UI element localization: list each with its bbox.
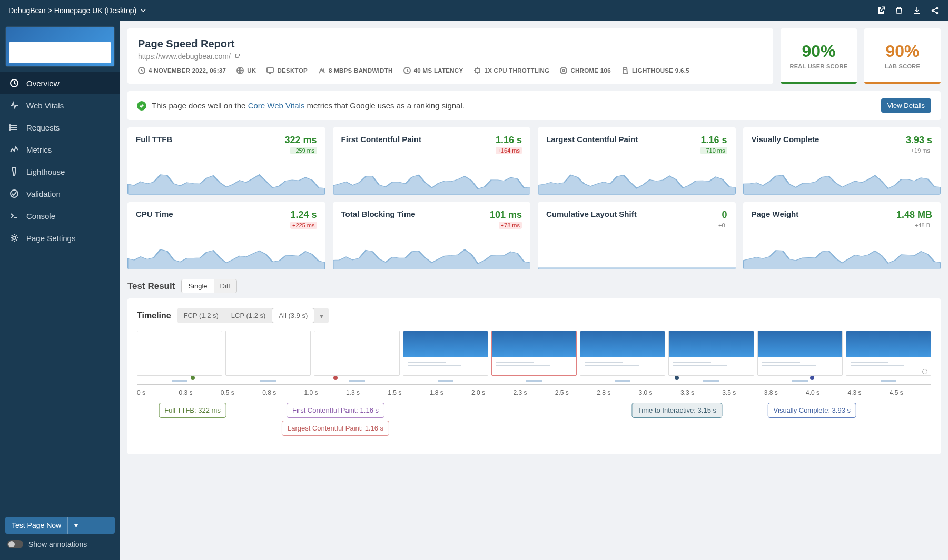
sidebar-item-web-vitals[interactable]: Web Vitals <box>0 94 120 116</box>
report-header-card: Page Speed Report https://www.debugbear.… <box>127 28 773 84</box>
open-external-icon[interactable] <box>876 6 886 15</box>
timeline-pill[interactable]: LCP (1.2 s) <box>225 308 272 323</box>
clock-icon <box>138 67 145 74</box>
svg-point-4 <box>9 125 11 126</box>
nav-icon <box>9 101 19 110</box>
meta-monitor: DESKTOP <box>266 67 307 74</box>
meta-chrome: CHROME 106 <box>560 67 611 74</box>
sidebar-item-validation[interactable]: Validation <box>0 183 120 205</box>
timeline-frame[interactable] <box>225 331 311 376</box>
axis-tick: 1.0 s <box>304 389 346 396</box>
timeline-frame[interactable] <box>668 331 754 376</box>
page-thumbnail[interactable] <box>5 26 115 67</box>
meta-network: 8 MBPS BANDWIDTH <box>318 67 393 74</box>
svg-point-6 <box>9 129 11 130</box>
timeline-label[interactable]: Time to Interactive: 3.15 s <box>632 403 722 418</box>
test-page-now-button[interactable]: Test Page Now ▾ <box>5 517 115 534</box>
share-icon[interactable] <box>930 6 940 15</box>
timeline-pill[interactable]: FCP (1.2 s) <box>177 308 225 323</box>
report-url[interactable]: https://www.debugbear.com/ <box>138 52 231 61</box>
download-icon[interactable] <box>912 6 922 15</box>
network-icon <box>318 67 325 74</box>
chevron-down-icon[interactable]: ▾ <box>67 517 84 534</box>
lighthouse-icon <box>621 67 629 74</box>
timeline-frame[interactable] <box>137 331 222 376</box>
timeline-frame[interactable] <box>580 331 665 376</box>
real-user-score-card[interactable]: 90% REAL USER SCORE <box>781 28 857 84</box>
trash-icon[interactable] <box>894 6 904 15</box>
meta-globe: UK <box>236 67 256 74</box>
show-annotations-label: Show annotations <box>28 540 87 548</box>
metric-card-first-contentful-paint[interactable]: First Contentful Paint 1.16 s +164 ms <box>333 127 531 195</box>
monitor-icon <box>266 67 274 74</box>
axis-tick: 4.0 s <box>806 389 847 396</box>
metric-card-full-ttfb[interactable]: Full TTFB 322 ms −259 ms <box>127 127 325 195</box>
timeline-marker <box>675 376 679 380</box>
timeline-frame[interactable] <box>403 331 488 376</box>
metric-card-cumulative-layout-shift[interactable]: Cumulative Layout Shift 0 +0 <box>538 202 736 269</box>
tab-single[interactable]: Single <box>182 279 213 293</box>
check-circle-icon <box>137 101 146 111</box>
nav-icon <box>9 167 19 176</box>
chevron-down-icon <box>141 8 146 13</box>
nav-icon <box>9 78 19 88</box>
meta-cpu: 1X CPU THROTTLING <box>473 67 549 74</box>
test-result-tabs: Single Diff <box>181 279 236 293</box>
axis-tick: 0.5 s <box>221 389 262 396</box>
axis-tick: 2.5 s <box>555 389 597 396</box>
web-vitals-banner: This page does well on the Core Web Vita… <box>127 91 941 120</box>
timeline-label[interactable]: Full TTFB: 322 ms <box>159 403 226 418</box>
axis-tick: 3.8 s <box>764 389 806 396</box>
metric-card-total-blocking-time[interactable]: Total Blocking Time 101 ms +78 ms <box>333 202 531 269</box>
info-icon <box>922 369 927 374</box>
axis-tick: 4.5 s <box>890 389 931 396</box>
chevron-down-icon[interactable]: ▾ <box>314 308 329 323</box>
nav-icon <box>9 211 19 221</box>
svg-point-8 <box>13 236 16 239</box>
sidebar-item-console[interactable]: Console <box>0 205 120 227</box>
page-title: Page Speed Report <box>138 38 763 50</box>
svg-point-5 <box>9 127 11 128</box>
metric-card-page-weight[interactable]: Page Weight 1.48 MB +48 B <box>743 202 941 269</box>
show-annotations-toggle[interactable] <box>7 540 23 548</box>
tab-diff[interactable]: Diff <box>214 279 236 293</box>
axis-tick: 0 s <box>137 389 179 396</box>
nav-icon <box>9 145 19 154</box>
axis-tick: 0.8 s <box>262 389 304 396</box>
timeline-marker <box>191 376 195 380</box>
metric-card-largest-contentful-paint[interactable]: Largest Contentful Paint 1.16 s −710 ms <box>538 127 736 195</box>
sidebar-item-lighthouse[interactable]: Lighthouse <box>0 161 120 183</box>
timeline-frame[interactable] <box>491 331 577 376</box>
axis-tick: 3.5 s <box>722 389 764 396</box>
axis-tick: 2.3 s <box>513 389 555 396</box>
timeline-label[interactable]: First Contentful Paint: 1.16 s <box>287 403 384 418</box>
breadcrumb[interactable]: DebugBear > Homepage UK (Desktop) <box>8 6 146 15</box>
timeline-marker <box>333 376 338 380</box>
sidebar-item-overview[interactable]: Overview <box>0 72 120 94</box>
svg-rect-13 <box>475 68 479 73</box>
nav-icon <box>9 123 19 132</box>
timeline-title: Timeline <box>137 311 171 321</box>
sidebar-item-requests[interactable]: Requests <box>0 116 120 138</box>
timeline-label[interactable]: Largest Contentful Paint: 1.16 s <box>282 421 389 436</box>
sidebar-item-page-settings[interactable]: Page Settings <box>0 227 120 249</box>
timeline-frame[interactable] <box>846 331 931 376</box>
axis-tick: 1.3 s <box>346 389 388 396</box>
core-web-vitals-link[interactable]: Core Web Vitals <box>248 101 305 110</box>
metric-card-visually-complete[interactable]: Visually Complete 3.93 s +19 ms <box>743 127 941 195</box>
timeline-label[interactable]: Visually Complete: 3.93 s <box>768 403 856 418</box>
sidebar-item-metrics[interactable]: Metrics <box>0 138 120 161</box>
meta-latency: 40 MS LATENCY <box>403 67 463 74</box>
svg-rect-11 <box>267 68 273 72</box>
open-external-icon[interactable] <box>234 53 240 59</box>
lab-score-card[interactable]: 90% LAB SCORE <box>864 28 941 84</box>
view-details-button[interactable]: View Details <box>881 98 931 113</box>
timeline-frame[interactable] <box>314 331 399 376</box>
axis-tick: 3.3 s <box>680 389 722 396</box>
globe-icon <box>236 67 244 74</box>
timeline-pill[interactable]: All (3.9 s) <box>272 308 314 323</box>
metric-card-cpu-time[interactable]: CPU Time 1.24 s +225 ms <box>127 202 325 269</box>
meta-lighthouse: LIGHTHOUSE 9.6.5 <box>621 67 689 74</box>
timeline-frame[interactable] <box>757 331 843 376</box>
axis-tick: 4.3 s <box>847 389 889 396</box>
